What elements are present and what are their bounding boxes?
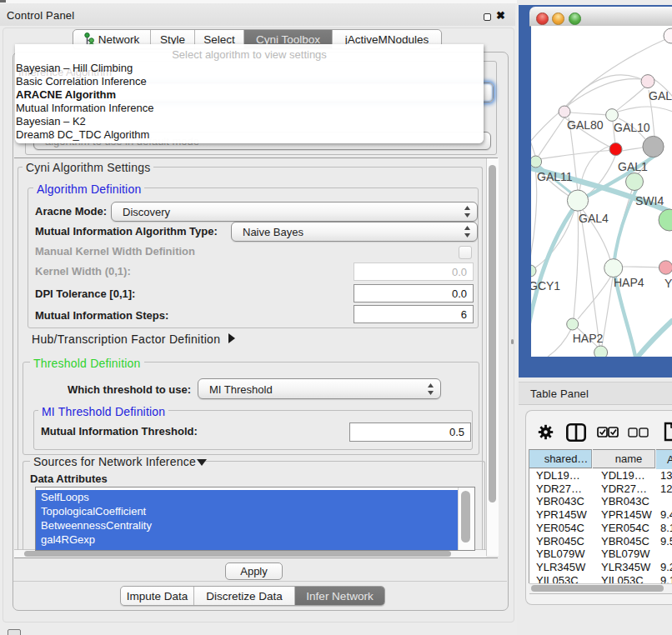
svg-text:SWI4: SWI4 — [635, 194, 664, 208]
svg-text:GAL11: GAL11 — [537, 170, 573, 183]
svg-text:GCY1: GCY1 — [531, 279, 560, 292]
svg-text:Y: Y — [664, 277, 672, 290]
svg-text:GAL1: GAL1 — [618, 160, 648, 173]
svg-text:GAL4: GAL4 — [579, 212, 609, 225]
svg-text:GAL10: GAL10 — [614, 121, 650, 134]
svg-text:HAP2: HAP2 — [573, 332, 604, 345]
svg-text:GAL80: GAL80 — [567, 118, 604, 132]
svg-text:GAL: GAL — [649, 89, 672, 102]
svg-text:HAP4: HAP4 — [614, 276, 644, 289]
